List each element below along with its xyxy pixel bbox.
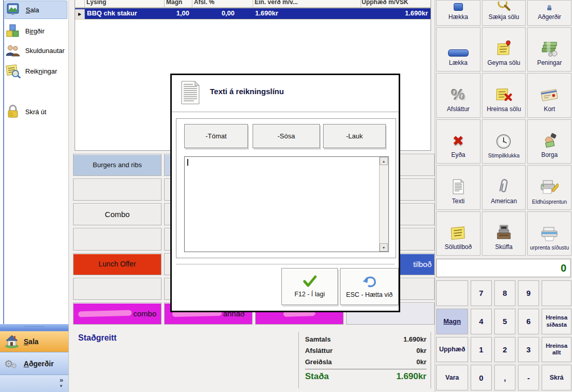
undo-arrow-icon [362, 275, 377, 290]
sale-offer-note-icon [449, 222, 468, 241]
numpad-key-0[interactable]: 0 [471, 365, 492, 390]
cash-icon [540, 38, 559, 57]
sidebar-item-reikningar[interactable]: Reikningar [5, 61, 67, 81]
action-afslattur[interactable]: % Afsláttur [436, 73, 480, 117]
sidebar-item-logout[interactable]: Skrá út [5, 101, 67, 122]
quick-button-sosa[interactable]: -Sósa [253, 124, 320, 148]
redaction-scribble [78, 310, 132, 317]
action-reprint-last[interactable]: urprenta síðustu [527, 211, 571, 256]
customers-icon [5, 43, 21, 59]
action-geyma-solu[interactable]: Geyma sölu [482, 27, 526, 72]
action-peningar[interactable]: Peningar [527, 27, 571, 72]
action-american[interactable]: American [482, 165, 526, 209]
totals-panel: Samtals1.690kr Afsláttur0kr Greiðsla0kr … [298, 332, 431, 388]
numpad-key-comma[interactable]: , [494, 365, 515, 390]
action-solutilbod[interactable]: Sölutilboð [436, 211, 480, 256]
numpad-mode-vara[interactable]: Vara [436, 365, 468, 390]
numpad-key-minus[interactable]: - [518, 365, 539, 390]
dialog-divider [176, 264, 395, 264]
right-action-panel: Hækka Sækja sölu Aðgerðir Lækka [435, 0, 572, 392]
numpad-mode-magn[interactable]: Magn [436, 309, 468, 334]
numpad-enter[interactable]: Skrá [542, 365, 571, 390]
numpad-key-9[interactable]: 9 [518, 280, 539, 306]
product-button-empty[interactable] [73, 179, 162, 201]
quick-button-lauk[interactable]: -Lauk [323, 124, 386, 148]
cell-description: BBQ chk stakur [87, 9, 137, 17]
numpad-key-blank[interactable] [542, 280, 571, 306]
action-saekja-solu[interactable]: Sækja sölu [482, 0, 526, 26]
sidebar-item-label: Skuldunautar [25, 47, 65, 55]
numpad-key-5[interactable]: 5 [494, 309, 515, 334]
column-header: Magn [166, 0, 182, 6]
product-button-empty[interactable] [73, 278, 162, 300]
pay-hand-icon [541, 130, 558, 149]
product-button-combo[interactable]: Combo [73, 203, 162, 225]
quick-button-tomat[interactable]: -Tómat [184, 124, 248, 148]
numpad-key-4[interactable]: 4 [471, 309, 492, 334]
document-lines-icon [180, 80, 200, 106]
numpad-key-blank[interactable] [436, 280, 468, 306]
totals-row-samtals: Samtals1.690kr [305, 333, 426, 345]
sidebar-splitter[interactable]: ·········· [0, 324, 68, 331]
action-hreinsa-solu[interactable]: Hreinsa sölu [482, 73, 526, 117]
balance-row: Staða1.690kr [305, 371, 426, 382]
textarea-scrollbar[interactable]: ▲ ▼ [379, 157, 388, 252]
action-texti[interactable]: Texti [436, 165, 480, 209]
numpad-clear-all[interactable]: Hreinsa allt [542, 337, 571, 363]
line-text-input[interactable]: ▲ ▼ [184, 156, 389, 252]
numpad-key-7[interactable]: 7 [471, 280, 492, 306]
scroll-down-icon[interactable]: ▼ [380, 243, 388, 252]
action-eldhusprentun[interactable]: Eldhúsprentun [527, 165, 571, 209]
action-eyda[interactable]: ✖ Eyða [436, 119, 480, 164]
numpad-key-6[interactable]: 6 [518, 309, 539, 334]
numpad-key-2[interactable]: 2 [494, 337, 515, 363]
numpad-key-3[interactable]: 3 [518, 337, 539, 363]
text-caret [187, 159, 188, 166]
decrease-icon [448, 38, 469, 57]
cell-discount: 0,00 [199, 9, 235, 17]
action-adgerdir[interactable]: Aðgerðir [527, 0, 571, 26]
inventory-cubes-icon [5, 23, 21, 39]
product-button-burgers-and-ribs[interactable]: Burgers and ribs [73, 154, 162, 176]
park-sale-note-icon [495, 38, 512, 57]
product-button-empty[interactable] [73, 228, 162, 250]
paperclip-icon [497, 176, 510, 195]
big-button-label: Sala [24, 337, 39, 346]
sidebar-item-skuldunautar[interactable]: Skuldunautar [5, 41, 67, 60]
cancel-button[interactable]: ESC - Hætta við [340, 268, 399, 305]
action-laekka[interactable]: Lækka [436, 27, 480, 72]
numpad-clear-last[interactable]: Hreinsa síðasta [542, 309, 571, 334]
numpad: 7 8 9 Magn 4 5 6 Hreinsa síðasta Upphæð … [436, 280, 571, 390]
gears-icon: ⚙⚙ [4, 357, 20, 371]
cash-drawer-icon [495, 222, 512, 241]
numpad-key-8[interactable]: 8 [494, 280, 515, 306]
action-haekka[interactable]: Hækka [436, 0, 480, 26]
sidebar-item-sala[interactable]: Sala [5, 1, 67, 19]
action-skuffa[interactable]: Skúffa [482, 211, 526, 256]
sidebar-big-button-adgerdir[interactable]: ⚙⚙ Aðgerðir [0, 352, 68, 375]
product-button-lunch-offer[interactable]: Lunch Offer [73, 253, 162, 275]
reprint-printer-icon [540, 223, 559, 242]
product-label: combo [133, 309, 156, 318]
fetch-sale-magnifier-icon [497, 3, 510, 11]
numpad-key-1[interactable]: 1 [471, 337, 492, 363]
sidebar-item-label: Sala [26, 6, 39, 14]
invoice-row-selected[interactable]: ▶ BBQ chk stakur 1,00 0,00 1.690kr 1.690… [75, 8, 431, 20]
ok-button[interactable]: F12 - Í lagi [281, 268, 338, 305]
totals-row-afslattur: Afsláttur0kr [305, 345, 426, 356]
chevrons-more-icon[interactable]: » [60, 376, 63, 384]
dialog-header: Texti á reikningslínu [172, 75, 399, 112]
row-marker-icon: ▶ [75, 9, 85, 19]
product-button-bar-combo[interactable]: combo [73, 302, 162, 325]
action-kort[interactable]: Kort [527, 73, 571, 117]
action-borga[interactable]: Borga [527, 119, 571, 164]
totals-divider [305, 369, 426, 369]
sidebar-big-button-sala[interactable]: Sala [0, 331, 68, 352]
numpad-mode-upphaed[interactable]: Upphæð [436, 337, 468, 363]
big-button-label: Aðgerðir [24, 360, 53, 368]
scroll-up-icon[interactable]: ▲ [380, 157, 388, 165]
sidebar-item-birgdir[interactable]: Birgðir [5, 22, 67, 40]
chevron-down-icon[interactable]: ▾ [60, 383, 62, 388]
action-stimpilklukka[interactable]: Stimpilklukka [482, 119, 526, 164]
ok-label: F12 - Í lagi [294, 291, 325, 298]
